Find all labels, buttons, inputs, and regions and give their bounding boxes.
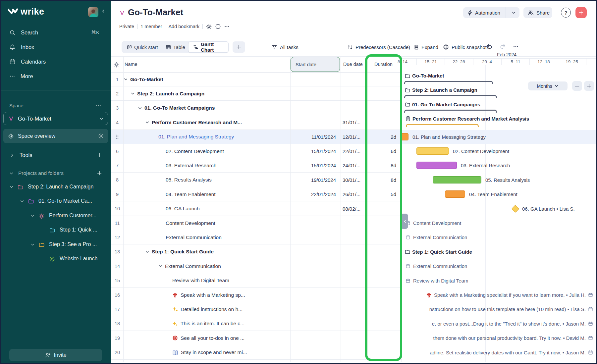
task-name-cell[interactable]: 01. Go-To Market Campaigns [123, 101, 305, 115]
duration-cell[interactable] [367, 259, 402, 273]
filter-button[interactable]: All tasks [272, 41, 298, 53]
space-selector[interactable]: Go-To-Market [3, 112, 108, 125]
gear-icon[interactable] [206, 24, 212, 30]
tree-item-2[interactable]: 01. Go-To Market Ca... [0, 195, 111, 209]
timeline-zoom-selector[interactable]: Months [528, 81, 568, 90]
chevron-down-icon[interactable] [20, 199, 24, 203]
summary-bracket[interactable] [404, 95, 497, 98]
chevron-down-icon[interactable] [145, 120, 149, 125]
table-gantt-divider[interactable] [402, 56, 402, 362]
sidebar-collapse-icon[interactable] [101, 9, 105, 13]
expand-button[interactable]: Expand [413, 41, 438, 53]
due-date-cell[interactable] [341, 345, 367, 360]
more-options-icon[interactable] [224, 24, 230, 29]
duration-cell[interactable] [367, 274, 402, 288]
duration-cell[interactable] [367, 302, 402, 316]
start-date-cell[interactable]: 11/01/2024 [290, 130, 341, 144]
due-date-cell[interactable]: 30/01/... [341, 173, 367, 187]
due-date-cell[interactable] [341, 245, 367, 259]
start-date-cell[interactable] [290, 202, 341, 216]
start-date-cell[interactable]: 22/01/2024 [290, 187, 341, 201]
start-date-cell[interactable] [290, 101, 341, 115]
drag-handle-icon[interactable] [111, 130, 123, 144]
add-tool-icon[interactable] [97, 152, 102, 158]
due-date-cell[interactable] [341, 331, 367, 345]
chevron-down-icon[interactable] [124, 77, 128, 81]
chevron-down-icon[interactable] [9, 185, 14, 189]
automation-button[interactable]: Automation [463, 7, 519, 18]
duration-cell[interactable] [367, 288, 402, 302]
invite-button[interactable]: Invite [9, 349, 102, 361]
task-name-cell[interactable]: Step 1: Quick Start Guide [123, 245, 312, 259]
help-button[interactable]: ? [561, 8, 571, 18]
start-date-cell[interactable] [290, 317, 341, 331]
sort-button[interactable]: Predecessors (Cascade) [347, 41, 410, 53]
duration-cell[interactable]: 2d [367, 130, 402, 144]
meta-private[interactable]: Private [119, 24, 134, 29]
sidebar-item-more[interactable]: More [0, 69, 111, 83]
tree-item-5[interactable]: Step 3: See a Pro ... [0, 238, 111, 252]
task-name-cell[interactable]: Perform Customer Research and M... [123, 115, 312, 130]
tree-item-3[interactable]: Perform Customer... [0, 209, 111, 224]
start-date-cell[interactable] [290, 230, 341, 244]
meta-1-member[interactable]: 1 member [140, 24, 162, 29]
duration-cell[interactable] [367, 230, 402, 244]
start-date-cell[interactable] [290, 274, 341, 288]
info-icon[interactable] [215, 24, 221, 29]
duration-cell[interactable] [367, 216, 402, 230]
public-snapshots-button[interactable]: Public snapshots [443, 41, 489, 53]
due-date-cell[interactable] [341, 274, 367, 288]
redo-icon[interactable] [500, 43, 506, 49]
chevron-down-icon[interactable] [145, 250, 149, 254]
start-date-cell[interactable] [290, 115, 341, 130]
start-date-cell[interactable] [290, 331, 341, 345]
chevron-down-icon[interactable] [158, 264, 163, 268]
undo-icon[interactable] [486, 43, 493, 49]
add-view-button[interactable] [233, 41, 245, 53]
duration-cell[interactable]: 6d [367, 144, 402, 158]
summary-bracket[interactable] [406, 124, 479, 127]
space-more-icon[interactable] [95, 102, 101, 108]
duration-cell[interactable]: 8d [367, 173, 402, 187]
start-date-cell[interactable] [290, 345, 341, 360]
task-name-cell[interactable]: Step 2: Launch a Campaign [123, 86, 298, 101]
duration-cell[interactable] [367, 345, 402, 360]
column-settings-icon[interactable] [113, 62, 120, 68]
gantt-bar[interactable] [433, 176, 481, 183]
duration-cell[interactable] [367, 115, 402, 130]
start-date-cell[interactable]: 19/01/2024 [290, 173, 341, 187]
due-date-cell[interactable]: 08/02/... [341, 202, 367, 216]
tree-item-6[interactable]: Website Launch [0, 252, 111, 267]
start-date-cell[interactable] [290, 302, 341, 316]
due-date-cell[interactable]: 22/01/... [341, 144, 367, 158]
chevron-down-icon[interactable] [509, 11, 519, 15]
duration-cell[interactable]: 8d [367, 158, 402, 173]
milestone-diamond[interactable] [511, 205, 519, 213]
duration-cell[interactable] [367, 317, 402, 331]
due-date-cell[interactable] [341, 230, 367, 244]
task-link[interactable]: 01. Plan and Messaging Strategy [158, 134, 234, 140]
duration-cell[interactable]: 5d [367, 187, 402, 201]
zoom-out-button[interactable] [572, 81, 582, 91]
tab-table[interactable]: Table [166, 41, 185, 53]
chevron-down-icon[interactable] [30, 214, 35, 218]
due-date-cell[interactable]: 24/01/... [341, 158, 367, 173]
duration-cell[interactable] [367, 86, 402, 101]
add-project-icon[interactable] [97, 171, 102, 176]
chevron-down-icon[interactable] [30, 242, 35, 247]
task-name-cell[interactable]: Go-To-Market [123, 72, 291, 86]
sidebar-item-space-overview[interactable]: Space overview [3, 129, 108, 143]
due-date-cell[interactable] [341, 259, 367, 273]
meta-add-bookmark[interactable]: Add bookmark [168, 24, 199, 29]
share-button[interactable]: Share [523, 7, 552, 18]
sidebar-item-projects-folders[interactable]: Projects and folders [0, 167, 111, 180]
duration-cell[interactable] [367, 202, 402, 216]
tree-item-1[interactable]: Step 2: Launch a Campaign [0, 181, 111, 195]
chevron-down-icon[interactable] [138, 106, 142, 110]
gantt-bar[interactable] [445, 190, 465, 198]
due-date-cell[interactable] [341, 86, 367, 101]
chevron-down-icon[interactable] [131, 91, 135, 96]
due-date-cell[interactable]: 26/01/... [341, 187, 367, 201]
zoom-in-button[interactable] [584, 81, 594, 91]
start-date-cell[interactable] [290, 72, 341, 86]
